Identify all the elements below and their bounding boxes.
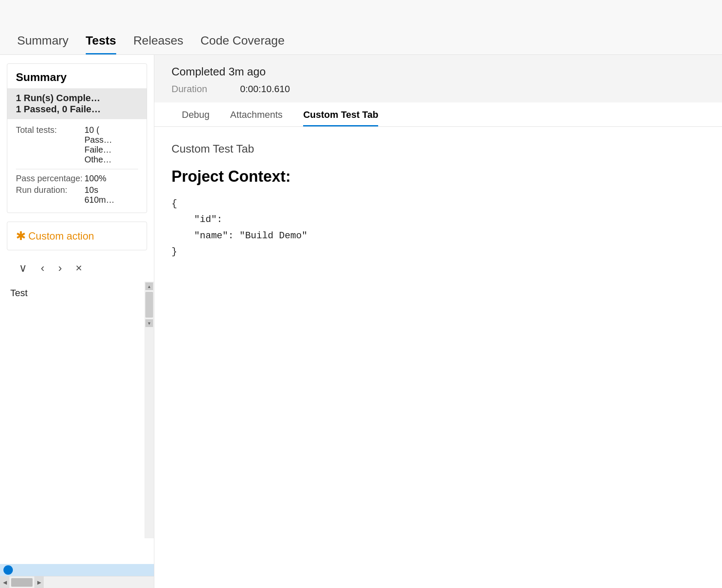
- completed-header: Completed 3m ago Duration 0:00:10.610: [154, 55, 722, 102]
- custom-action-panel[interactable]: ✱ Custom action: [7, 222, 147, 250]
- close-button[interactable]: ×: [72, 260, 85, 276]
- top-nav: SummaryTestsReleasesCode Coverage: [0, 0, 722, 55]
- blue-indicator-row: [0, 564, 154, 576]
- scroll-right-button[interactable]: ▶: [34, 576, 44, 588]
- duration-value: 0:00:10.610: [240, 84, 290, 95]
- right-panel: Completed 3m ago Duration 0:00:10.610 De…: [154, 55, 722, 588]
- pass-percentage-row: Pass percentage: 100%: [16, 174, 138, 183]
- divider-1: [16, 169, 138, 169]
- runs-sub-text: 1 Passed, 0 Faile…: [16, 104, 138, 115]
- summary-card-title: Summary: [7, 64, 147, 88]
- completed-title: Completed 3m ago: [171, 65, 705, 78]
- custom-action-label: ✱ Custom action: [16, 229, 138, 243]
- top-nav-tab-summary[interactable]: Summary: [9, 30, 77, 54]
- tree-item-test[interactable]: Test: [7, 285, 147, 301]
- other-label: Othe…: [84, 155, 112, 165]
- pass-label: Pass…: [84, 135, 112, 145]
- fail-label: Faile…: [84, 145, 112, 155]
- scroll-left-button[interactable]: ◀: [0, 576, 9, 588]
- runs-completed-banner: 1 Run(s) Comple… 1 Passed, 0 Faile…: [7, 88, 147, 119]
- left-panel: Summary 1 Run(s) Comple… 1 Passed, 0 Fai…: [0, 55, 154, 588]
- duration-row: Duration 0:00:10.610: [171, 84, 705, 95]
- chevron-left-button[interactable]: ‹: [37, 260, 48, 276]
- chevron-down-button[interactable]: ∨: [15, 260, 30, 276]
- runs-completed-text: 1 Run(s) Comple…: [16, 93, 138, 104]
- duration-label: Duration: [171, 84, 240, 95]
- main-layout: Summary 1 Run(s) Comple… 1 Passed, 0 Fai…: [0, 55, 722, 588]
- total-tests-values: 10 ( Pass… Faile… Othe…: [84, 125, 112, 165]
- bottom-scroll-thumb[interactable]: [11, 578, 33, 587]
- chevron-right-button[interactable]: ›: [55, 260, 66, 276]
- inner-tab-debug[interactable]: Debug: [171, 102, 220, 126]
- run-duration-value: 10s: [84, 185, 98, 195]
- total-tests-label: Total tests:: [16, 125, 84, 135]
- run-duration-label: Run duration:: [16, 185, 84, 195]
- project-context-title: Project Context:: [171, 168, 705, 186]
- top-nav-tab-releases[interactable]: Releases: [125, 30, 192, 54]
- content-area: Custom Test Tab Project Context: { "id":…: [154, 127, 722, 588]
- pass-percentage-label: Pass percentage:: [16, 174, 84, 183]
- top-nav-tab-code-coverage[interactable]: Code Coverage: [192, 30, 293, 54]
- blue-dot: [3, 565, 13, 575]
- inner-tab-custom-test-tab[interactable]: Custom Test Tab: [293, 102, 388, 126]
- inner-tabs: DebugAttachmentsCustom Test Tab: [154, 102, 722, 127]
- content-tab-title: Custom Test Tab: [171, 142, 705, 156]
- pass-percentage-value: 100%: [84, 174, 106, 183]
- run-duration-sub: 610m…: [84, 195, 114, 205]
- tree-area: Test ▲ ▼: [0, 282, 154, 564]
- stats-section: Total tests: 10 ( Pass… Faile… Othe… Pas…: [7, 119, 147, 213]
- asterisk-icon: ✱: [16, 229, 26, 243]
- inner-tab-attachments[interactable]: Attachments: [220, 102, 293, 126]
- top-nav-tab-tests[interactable]: Tests: [77, 30, 125, 54]
- json-block: { "id": "name": "Build Demo" }: [171, 196, 705, 260]
- nav-controls: ∨ ‹ › ×: [7, 255, 147, 282]
- vertical-scrollbar[interactable]: ▲ ▼: [144, 282, 154, 538]
- summary-card: Summary 1 Run(s) Comple… 1 Passed, 0 Fai…: [7, 63, 147, 213]
- total-tests-row: Total tests: 10 ( Pass… Faile… Othe…: [16, 125, 138, 165]
- scrollbar-thumb[interactable]: [145, 292, 153, 318]
- bottom-scrollbar[interactable]: ◀ ▶: [0, 576, 154, 588]
- run-duration-values: 10s 610m…: [84, 185, 114, 205]
- run-duration-row: Run duration: 10s 610m…: [16, 185, 138, 205]
- total-tests-value: 10 (: [84, 125, 99, 135]
- custom-action-text: Custom action: [28, 230, 94, 242]
